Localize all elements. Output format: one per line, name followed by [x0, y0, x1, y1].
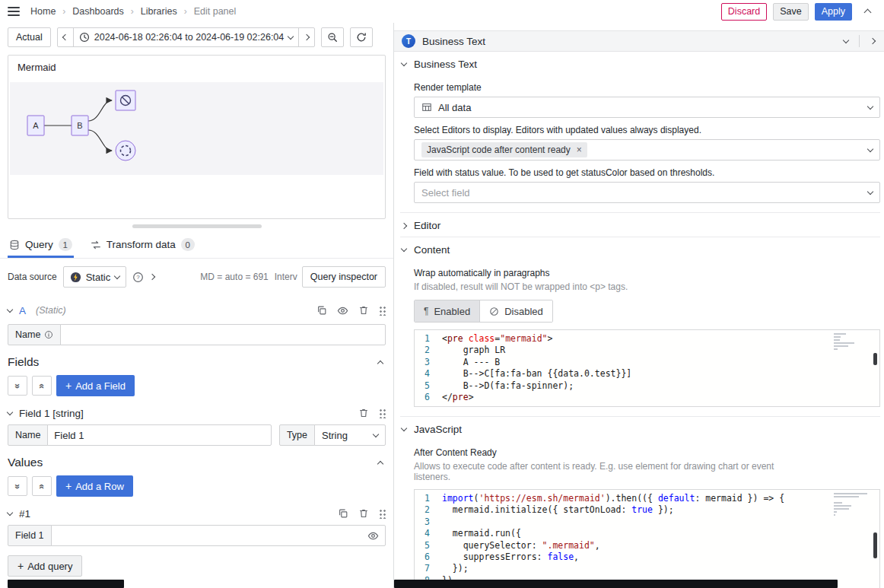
- chevron-up-icon: [863, 9, 871, 17]
- wrap-disabled-option[interactable]: Disabled: [479, 300, 552, 322]
- time-shift-back-button[interactable]: [57, 27, 74, 47]
- eye-icon[interactable]: [337, 305, 348, 316]
- value-field-input[interactable]: [58, 530, 363, 542]
- query-name-input[interactable]: [60, 324, 386, 345]
- mermaid-diagram: A B: [10, 82, 383, 175]
- field-name-label: Name: [8, 424, 48, 446]
- expand-all-button[interactable]: «: [32, 376, 52, 396]
- field-item-header[interactable]: Field 1 [string]: [8, 405, 386, 421]
- minimap[interactable]: [834, 333, 867, 351]
- zoom-out-button[interactable]: [321, 27, 344, 47]
- chevron-down-icon: [7, 509, 13, 515]
- tab-query[interactable]: Query 1: [8, 234, 74, 258]
- pane-collapse-icon[interactable]: [843, 37, 849, 43]
- status-field-select[interactable]: Select field: [414, 182, 880, 203]
- collapse-all-button[interactable]: »: [8, 376, 27, 396]
- add-field-button[interactable]: + Add a Field: [56, 375, 135, 396]
- trash-icon[interactable]: [358, 408, 369, 418]
- eye-icon[interactable]: [367, 530, 379, 542]
- top-bar: Home›Dashboards›Libraries›Edit panel Dis…: [0, 0, 884, 23]
- query-inspector-button[interactable]: Query inspector: [302, 266, 386, 288]
- add-row-button[interactable]: + Add a Row: [56, 475, 133, 497]
- selected-editor-tag: JavaScript code after content ready ×: [421, 142, 587, 157]
- code-line: 6</pre>: [415, 392, 879, 403]
- editors-select-label: Select Editors to display. Editors with …: [414, 125, 880, 135]
- value-row-title: #1: [19, 508, 30, 520]
- help-icon[interactable]: ?: [132, 272, 144, 283]
- panel-resize-handle[interactable]: [132, 224, 262, 228]
- section-business-text-header[interactable]: Business Text: [400, 52, 880, 75]
- breadcrumb-item[interactable]: Dashboards: [72, 6, 123, 17]
- code-line: 4 mermaid.run({: [415, 528, 879, 539]
- value-field-input-wrap: [51, 525, 386, 546]
- lightning-icon: [70, 272, 81, 283]
- section-content-header[interactable]: Content: [400, 237, 880, 261]
- values-section-header[interactable]: Values: [8, 455, 386, 470]
- breadcrumb-item[interactable]: Home: [30, 6, 56, 17]
- datasource-picker[interactable]: Static: [63, 266, 127, 288]
- editor-scrollbar-thumb[interactable]: [873, 353, 877, 365]
- apply-button[interactable]: Apply: [815, 3, 852, 21]
- render-template-select[interactable]: All data: [414, 97, 880, 118]
- horizontal-scrollbar-thumb[interactable]: [8, 580, 124, 588]
- top-bar-left: Home›Dashboards›Libraries›Edit panel: [8, 6, 236, 17]
- add-query-button[interactable]: + Add query: [8, 555, 82, 577]
- values-heading: Values: [8, 456, 43, 469]
- field-name-input[interactable]: [47, 424, 272, 446]
- code-line: 2 mermaid.initialize({ startOnLoad: true…: [415, 504, 879, 516]
- business-text-plugin-icon: T: [402, 34, 415, 48]
- refresh-icon: [356, 32, 367, 43]
- duplicate-icon[interactable]: [338, 508, 348, 519]
- grafana-edit-panel: Home›Dashboards›Libraries›Edit panel Dis…: [0, 0, 884, 588]
- refresh-button[interactable]: [350, 27, 373, 47]
- values-actions: » « + Add a Row: [8, 475, 386, 497]
- editors-multiselect[interactable]: JavaScript code after content ready ×: [414, 139, 880, 161]
- actual-button[interactable]: Actual: [8, 27, 51, 47]
- duplicate-icon[interactable]: [316, 305, 327, 316]
- save-button[interactable]: Save: [773, 3, 809, 21]
- horizontal-scrollbar-thumb[interactable]: [394, 580, 838, 588]
- drag-handle-icon[interactable]: [379, 408, 386, 418]
- tab-transform-label: Transform data: [107, 239, 176, 250]
- value-field-label: Field 1: [8, 525, 52, 546]
- tab-transform-data[interactable]: Transform data 0: [89, 234, 196, 258]
- breadcrumb-separator: ›: [62, 6, 65, 17]
- database-icon: [9, 240, 20, 250]
- fields-section-header[interactable]: Fields: [8, 354, 386, 370]
- discard-button[interactable]: Discard: [721, 3, 767, 21]
- info-icon: [44, 330, 53, 339]
- content-code-editor[interactable]: 1<pre class="mermaid">2 graph LR3 A --- …: [414, 329, 880, 407]
- remove-tag-icon[interactable]: ×: [577, 145, 582, 155]
- time-picker-group: 2024-06-18 02:26:04 to 2024-06-19 02:26:…: [57, 27, 316, 47]
- expand-all-button[interactable]: «: [32, 476, 52, 496]
- menu-icon[interactable]: [8, 7, 20, 16]
- collapse-header-button[interactable]: [858, 2, 876, 21]
- breadcrumb-item[interactable]: Edit panel: [194, 6, 237, 17]
- query-row-header[interactable]: A (Static): [8, 300, 386, 321]
- trash-icon[interactable]: [358, 305, 369, 316]
- pane-close-icon[interactable]: [870, 38, 876, 44]
- wrap-enabled-option[interactable]: ¶ Enabled: [415, 300, 479, 322]
- datasource-expand-icon[interactable]: [149, 274, 155, 280]
- minimap[interactable]: [834, 493, 867, 517]
- time-shift-forward-button[interactable]: [298, 27, 315, 47]
- chevron-down-icon: [401, 60, 407, 66]
- time-range-picker[interactable]: 2024-06-18 02:26:04 to 2024-06-19 02:26:…: [73, 27, 300, 47]
- collapse-all-button[interactable]: »: [8, 476, 27, 496]
- code-lines: 1import('https://esm.sh/mermaid').then((…: [415, 490, 879, 588]
- field-type-select[interactable]: String: [314, 424, 386, 446]
- section-javascript-header[interactable]: JavaScript: [400, 417, 880, 440]
- drag-handle-icon[interactable]: [379, 509, 386, 519]
- javascript-code-editor[interactable]: 1import('https://esm.sh/mermaid').then((…: [414, 489, 880, 588]
- value-row-header[interactable]: #1: [8, 505, 386, 522]
- editor-scrollbar-thumb[interactable]: [873, 532, 877, 558]
- breadcrumb-item[interactable]: Libraries: [141, 6, 177, 17]
- drag-handle-icon[interactable]: [379, 306, 386, 316]
- status-field-label: Field with status value. To be used to g…: [414, 167, 880, 178]
- transform-icon: [91, 240, 101, 250]
- trash-icon[interactable]: [358, 508, 369, 519]
- editor-tabs: Query 1 Transform data 0: [0, 234, 393, 259]
- section-editor-header[interactable]: Editor: [400, 213, 880, 237]
- panel-title[interactable]: Mermaid: [8, 60, 385, 75]
- edge-b-c: [88, 100, 112, 121]
